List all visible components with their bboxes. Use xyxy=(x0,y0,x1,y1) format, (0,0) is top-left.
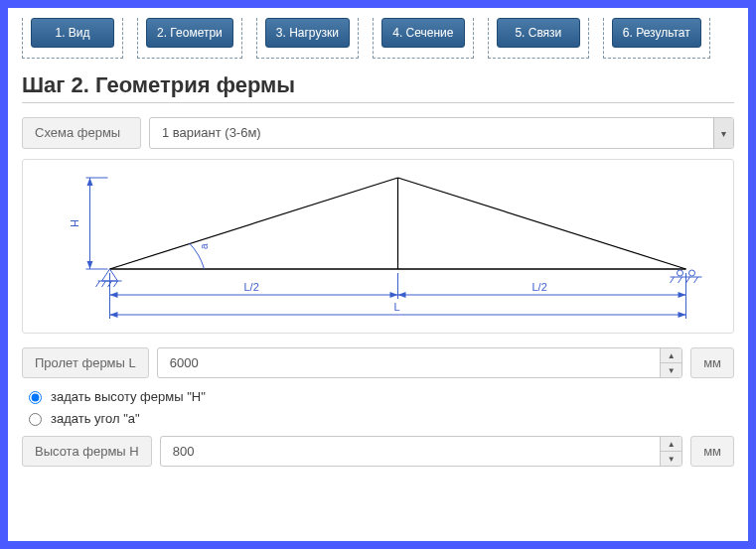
svg-marker-24 xyxy=(110,292,118,298)
tab-connections[interactable]: 5. Связи xyxy=(497,18,580,48)
svg-line-11 xyxy=(96,281,100,287)
tab-wrap-2: 2. Геометри xyxy=(137,18,242,59)
scheme-select[interactable]: 1 вариант (3-6м) ▾ xyxy=(149,117,734,149)
tab-wrap-4: 4. Сечение xyxy=(373,18,474,59)
title-divider xyxy=(22,102,734,103)
svg-marker-8 xyxy=(87,261,93,269)
height-stepper[interactable]: ▲ ▼ xyxy=(660,437,681,466)
tab-wrap-5: 5. Связи xyxy=(488,18,589,59)
svg-line-2 xyxy=(398,178,686,269)
height-unit: мм xyxy=(690,436,734,467)
radio-by-height[interactable]: задать высоту фермы "H" xyxy=(24,388,734,404)
svg-point-16 xyxy=(678,270,683,276)
radio-by-angle-input[interactable] xyxy=(29,413,42,426)
svg-marker-27 xyxy=(679,292,686,298)
tab-wrap-6: 6. Результат xyxy=(603,18,710,59)
chevron-down-icon[interactable]: ▼ xyxy=(661,452,681,466)
svg-marker-26 xyxy=(398,292,406,298)
tab-result[interactable]: 6. Результат xyxy=(612,18,701,48)
tab-view[interactable]: 1. Вид xyxy=(31,18,114,48)
span-input[interactable] xyxy=(158,348,660,377)
scheme-selected-text: 1 вариант (3-6м) xyxy=(162,118,713,148)
tab-loads[interactable]: 3. Нагрузки xyxy=(265,18,350,48)
chevron-down-icon: ▾ xyxy=(713,118,733,148)
chevron-down-icon[interactable]: ▼ xyxy=(661,363,681,377)
diagram-angle-label: a xyxy=(199,243,210,249)
page-title: Шаг 2. Геометрия фермы xyxy=(22,72,734,98)
svg-marker-32 xyxy=(110,312,118,318)
tab-wrap-3: 3. Нагрузки xyxy=(256,18,359,59)
tab-wrap-1: 1. Вид xyxy=(22,18,123,59)
svg-marker-25 xyxy=(390,292,398,298)
radio-by-height-label: задать высоту фермы "H" xyxy=(51,389,206,404)
svg-marker-7 xyxy=(87,178,93,186)
height-label: Высота фермы H xyxy=(22,436,152,467)
svg-line-14 xyxy=(114,281,118,287)
chevron-up-icon[interactable]: ▲ xyxy=(661,348,681,363)
span-label: Пролет фермы L xyxy=(22,347,149,378)
svg-line-19 xyxy=(679,277,682,283)
svg-marker-33 xyxy=(679,312,686,318)
radio-by-angle-label: задать угол "a" xyxy=(51,411,140,426)
radio-by-height-input[interactable] xyxy=(29,391,42,404)
svg-line-20 xyxy=(686,277,690,283)
tab-section[interactable]: 4. Сечение xyxy=(381,18,465,48)
svg-line-18 xyxy=(671,277,675,283)
truss-diagram: a H xyxy=(22,159,734,334)
radio-by-angle[interactable]: задать угол "a" xyxy=(24,410,734,426)
height-input[interactable] xyxy=(161,437,660,466)
svg-line-1 xyxy=(110,178,398,269)
chevron-up-icon[interactable]: ▲ xyxy=(661,437,681,452)
step-tabs: 1. Вид 2. Геометри 3. Нагрузки 4. Сечени… xyxy=(22,18,734,59)
svg-line-21 xyxy=(694,277,698,283)
diagram-span-label: L xyxy=(394,301,400,313)
span-unit: мм xyxy=(690,347,734,378)
tab-geometry[interactable]: 2. Геометри xyxy=(146,18,233,48)
svg-point-17 xyxy=(689,270,695,276)
span-stepper[interactable]: ▲ ▼ xyxy=(660,348,681,377)
svg-line-12 xyxy=(102,281,106,287)
diagram-height-label: H xyxy=(69,219,80,227)
diagram-half-left: L/2 xyxy=(244,281,259,293)
diagram-half-right: L/2 xyxy=(532,281,547,293)
scheme-label: Схема фермы xyxy=(22,117,141,149)
